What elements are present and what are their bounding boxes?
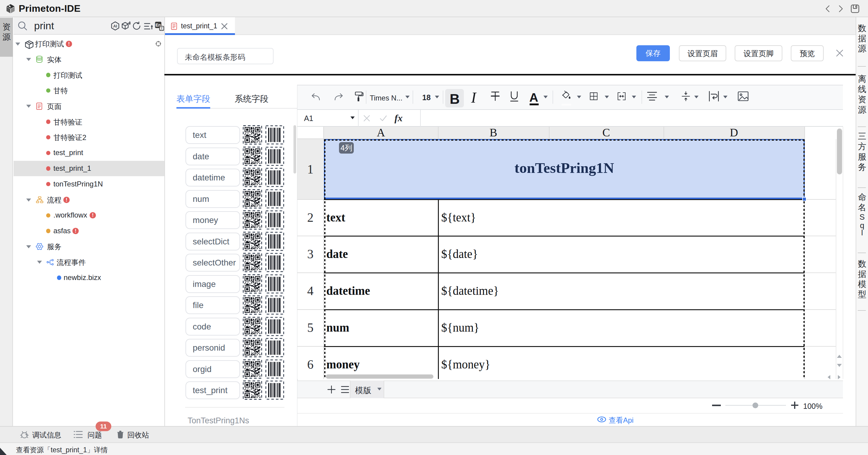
svg-text:AI: AI — [114, 24, 117, 28]
svg-text:文: 文 — [160, 27, 163, 30]
